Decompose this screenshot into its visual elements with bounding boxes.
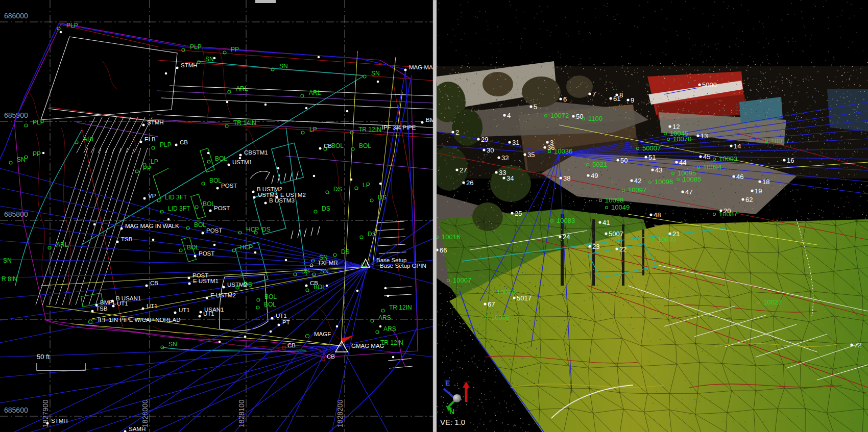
survey-point-marker[interactable]	[142, 124, 145, 126]
survey-point-marker[interactable]	[174, 312, 177, 314]
point-dot[interactable]	[60, 31, 62, 34]
survey-point-marker[interactable]	[46, 422, 49, 425]
point-dot[interactable]	[313, 175, 316, 177]
survey-point-marker[interactable]	[732, 175, 735, 177]
survey-point-marker[interactable]	[588, 92, 591, 95]
survey-point-marker[interactable]	[609, 97, 612, 99]
point-dot[interactable]	[392, 356, 395, 359]
survey-point-marker[interactable]	[319, 147, 322, 150]
point-dot[interactable]	[350, 179, 353, 181]
survey-point-marker[interactable]	[675, 161, 678, 163]
survey-point-marker[interactable]	[559, 235, 561, 238]
survey-point-marker[interactable]	[495, 171, 497, 173]
survey-point-marker[interactable]	[572, 115, 574, 117]
survey-point-marker[interactable]	[143, 197, 146, 200]
survey-point-marker[interactable]	[252, 191, 255, 193]
survey-point-marker[interactable]	[404, 69, 407, 71]
survey-point-marker[interactable]	[264, 202, 267, 205]
survey-point-marker[interactable]	[644, 156, 647, 158]
survey-point-marker[interactable]	[176, 67, 179, 69]
survey-point-marker[interactable]	[698, 83, 701, 86]
point-dot[interactable]	[152, 239, 155, 241]
survey-point-marker[interactable]	[730, 144, 732, 147]
panel-splitter[interactable]	[433, 0, 437, 432]
point-dot[interactable]	[336, 325, 339, 328]
point-dot[interactable]	[165, 72, 167, 75]
point-dot[interactable]	[270, 331, 272, 333]
survey-point-marker[interactable]	[699, 155, 702, 158]
survey-point-marker[interactable]	[421, 121, 424, 124]
survey-point-marker[interactable]	[209, 210, 212, 212]
survey-point-marker[interactable]	[216, 187, 219, 190]
survey-point-marker[interactable]	[587, 174, 589, 176]
survey-point-marker[interactable]	[630, 179, 633, 182]
survey-point-marker[interactable]	[651, 168, 654, 171]
survey-point-marker[interactable]	[199, 315, 201, 318]
survey-point-marker[interactable]	[95, 304, 98, 307]
survey-point-marker[interactable]	[278, 324, 280, 326]
point-dot[interactable]	[377, 81, 379, 83]
survey-point-marker[interactable]	[305, 285, 308, 287]
survey-point-marker[interactable]	[559, 97, 562, 100]
survey-point-marker[interactable]	[146, 285, 148, 287]
survey-point-marker[interactable]	[751, 189, 753, 192]
survey-point-marker[interactable]	[850, 343, 853, 346]
survey-point-marker[interactable]	[253, 196, 256, 199]
survey-point-marker[interactable]	[483, 148, 485, 151]
survey-point-marker[interactable]	[523, 153, 526, 156]
survey-point-marker[interactable]	[120, 227, 123, 230]
survey-point-marker[interactable]	[615, 247, 618, 250]
survey-point-marker[interactable]	[681, 190, 684, 193]
survey-point-marker[interactable]	[758, 180, 761, 183]
survey-point-marker[interactable]	[513, 296, 515, 299]
point-dot[interactable]	[277, 167, 280, 170]
survey-point-marker[interactable]	[188, 283, 191, 285]
survey-point-marker[interactable]	[228, 164, 230, 166]
point-dot[interactable]	[305, 107, 308, 110]
survey-point-marker[interactable]	[91, 310, 94, 313]
survey-point-marker[interactable]	[559, 176, 562, 179]
survey-point-marker[interactable]	[546, 141, 548, 143]
survey-point-marker[interactable]	[477, 138, 479, 140]
point-dot[interactable]	[239, 157, 242, 160]
survey-point-marker[interactable]	[497, 156, 500, 159]
survey-point-marker[interactable]	[112, 305, 115, 308]
survey-point-marker[interactable]	[668, 232, 671, 235]
survey-point-marker[interactable]	[175, 144, 178, 146]
survey-point-marker[interactable]	[511, 212, 513, 214]
point-dot[interactable]	[379, 183, 382, 185]
survey-point-marker[interactable]	[529, 105, 532, 108]
survey-point-marker[interactable]	[543, 146, 546, 148]
survey-point-marker[interactable]	[200, 311, 202, 314]
survey-point-marker[interactable]	[142, 308, 144, 310]
point-dot[interactable]	[42, 152, 45, 155]
point-dot[interactable]	[244, 336, 247, 338]
survey-point-marker[interactable]	[484, 302, 486, 305]
point-dot[interactable]	[213, 244, 216, 246]
point-dot[interactable]	[207, 152, 210, 155]
point-dot[interactable]	[219, 341, 221, 343]
point-dot[interactable]	[254, 251, 257, 254]
point-dot[interactable]	[387, 295, 390, 297]
survey-point-marker[interactable]	[783, 159, 785, 161]
point-dot[interactable]	[318, 56, 320, 59]
point-dot[interactable]	[326, 285, 328, 287]
survey-point-marker[interactable]	[239, 154, 242, 157]
point-dot[interactable]	[167, 218, 170, 221]
survey-point-marker[interactable]	[206, 297, 208, 299]
survey-point-marker[interactable]	[588, 245, 591, 247]
survey-point-marker[interactable]	[605, 232, 607, 235]
point-dot[interactable]	[379, 325, 382, 328]
point-dot[interactable]	[285, 259, 287, 262]
survey-point-marker[interactable]	[202, 232, 204, 235]
survey-point-marker[interactable]	[271, 317, 274, 320]
point-dot[interactable]	[384, 287, 387, 290]
survey-point-marker[interactable]	[455, 168, 458, 171]
point-dot[interactable]	[93, 223, 96, 226]
point-dot[interactable]	[226, 101, 229, 104]
survey-point-marker[interactable]	[616, 159, 619, 161]
survey-point-marker[interactable]	[223, 286, 225, 289]
survey-point-marker[interactable]	[649, 213, 652, 216]
survey-point-marker[interactable]	[696, 134, 699, 137]
point-dot[interactable]	[356, 290, 359, 292]
